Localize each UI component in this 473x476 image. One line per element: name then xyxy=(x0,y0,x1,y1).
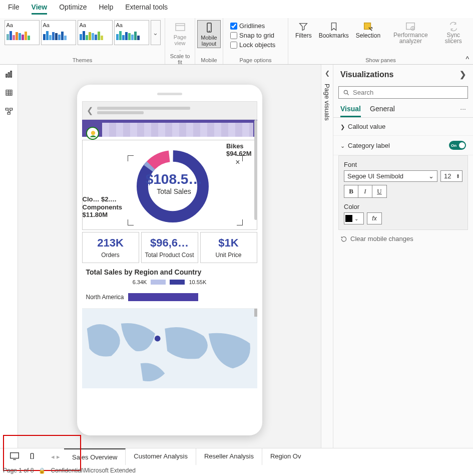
menu-help[interactable]: Help xyxy=(99,3,113,15)
close-icon[interactable]: × xyxy=(235,158,240,167)
font-color-picker[interactable]: ⌄ xyxy=(344,212,364,224)
phone-header: ❮ xyxy=(82,101,257,120)
svg-rect-7 xyxy=(6,74,7,77)
sensitivity-label: Confidential\Microsoft Extended xyxy=(51,467,135,474)
underline-button[interactable]: U xyxy=(372,185,386,197)
theme-preset-3[interactable]: Aa xyxy=(78,20,113,45)
report-view-icon[interactable] xyxy=(5,70,14,80)
theme-preset-1[interactable]: Aa xyxy=(5,20,40,45)
svg-point-26 xyxy=(344,90,347,94)
company-logo-icon xyxy=(86,127,99,140)
mobile-group-label: Mobile xyxy=(201,57,217,63)
page-tab-region[interactable]: Region Ov xyxy=(262,448,309,465)
menu-bar: File View Optimize Help External tools xyxy=(0,0,473,18)
menu-external-tools[interactable]: External tools xyxy=(125,3,168,15)
category-label-toggle[interactable]: On xyxy=(449,141,466,150)
back-icon[interactable]: ❮ xyxy=(87,106,93,115)
page-visuals-tab[interactable]: Page visuals xyxy=(323,84,331,121)
themes-group-label: Themes xyxy=(73,57,93,63)
model-view-icon[interactable] xyxy=(5,107,14,117)
panel-title: Visualizations xyxy=(340,70,393,79)
svg-line-18 xyxy=(8,110,9,113)
gradient-legend: 6.34K10.55K xyxy=(86,279,253,285)
font-size-input[interactable]: 12▴▾ xyxy=(440,170,462,182)
svg-rect-16 xyxy=(10,108,12,110)
font-label: Font xyxy=(344,161,462,168)
bold-button[interactable]: B xyxy=(344,185,358,197)
reset-icon xyxy=(340,235,347,243)
status-bar: Page 1 of 8 🔒 Confidential\Microsoft Ext… xyxy=(0,465,473,476)
gridlines-checkbox[interactable]: Gridlines xyxy=(230,22,275,30)
search-icon xyxy=(343,89,350,96)
selection-pane-button[interactable]: Selection xyxy=(353,20,383,45)
more-options-icon[interactable]: ··· xyxy=(460,105,466,117)
kpi-orders[interactable]: 213KOrders xyxy=(82,232,139,263)
bookmarks-pane-button[interactable]: Bookmarks xyxy=(316,20,352,45)
svg-rect-9 xyxy=(11,71,12,77)
color-label: Color xyxy=(344,203,462,210)
kpi-unit-price[interactable]: $1KUnit Price xyxy=(200,232,257,263)
chevron-right-icon[interactable]: ❯ xyxy=(459,70,466,79)
donut-label-clothing: Clo… $2.… xyxy=(83,195,117,203)
svg-rect-8 xyxy=(8,73,9,77)
theme-preset-2[interactable]: Aa xyxy=(41,20,76,45)
page-indicator: Page 1 of 8 xyxy=(3,467,34,474)
svg-rect-10 xyxy=(6,90,12,96)
section-category-label[interactable]: ⌄Category label On xyxy=(333,136,473,155)
visual-selection-handles[interactable]: × xyxy=(128,155,243,225)
menu-view[interactable]: View xyxy=(32,3,48,15)
donut-label-components: Components$11.80M xyxy=(83,203,122,218)
page-view-button[interactable]: Page view ⌄ xyxy=(169,20,191,53)
svg-rect-15 xyxy=(6,108,8,110)
kpi-product-cost[interactable]: $96,6…Total Product Cost xyxy=(141,232,198,263)
left-nav-rail xyxy=(0,65,18,460)
theme-dropdown[interactable]: ⌄ xyxy=(151,20,161,45)
collapse-ribbon-icon[interactable]: ^ xyxy=(465,55,469,63)
ribbon: Aa Aa Aa Aa ⌄ Themes Page view ⌄ Scale t… xyxy=(0,18,473,65)
design-canvas: ❮ $108.5… Total Sales xyxy=(18,65,321,460)
lock-icon: 🔒 xyxy=(39,467,46,474)
svg-line-27 xyxy=(347,93,349,95)
menu-file[interactable]: File xyxy=(8,3,20,15)
mobile-layout-button[interactable]: Mobile layout xyxy=(197,20,220,48)
data-view-icon[interactable] xyxy=(5,88,14,99)
font-family-select[interactable]: Segoe UI Semibold⌄ xyxy=(344,170,437,182)
bar-na xyxy=(128,293,198,301)
tab-general[interactable]: General xyxy=(370,105,395,117)
region-bar-visual[interactable]: Total Sales by Region and Country 6.34K1… xyxy=(82,265,257,304)
scale-group-label: Scale to fit xyxy=(169,53,191,65)
clear-mobile-changes[interactable]: Clear mobile changes xyxy=(333,230,473,248)
show-panes-label: Show panes xyxy=(365,57,396,63)
collapsed-pane-rail: ❮ Page visuals xyxy=(321,65,333,460)
page-tab-customer-analysis[interactable]: Customer Analysis xyxy=(126,448,196,465)
lock-objects-checkbox[interactable]: Lock objects xyxy=(230,41,275,49)
italic-button[interactable]: I xyxy=(358,185,372,197)
page-tab-reseller-analysis[interactable]: Reseller Analysis xyxy=(196,448,262,465)
section-callout-value[interactable]: ❯Callout value xyxy=(333,118,473,136)
scrollbar[interactable] xyxy=(254,309,257,317)
total-sales-donut-visual[interactable]: $108.5… Total Sales Bikes$94.62M Clo… $2… xyxy=(82,140,257,230)
svg-rect-0 xyxy=(176,24,185,31)
fx-button[interactable]: fx xyxy=(367,212,382,224)
chevron-left-icon[interactable]: ❮ xyxy=(325,70,330,77)
tab-visual[interactable]: Visual xyxy=(340,105,361,117)
header-banner xyxy=(82,120,257,137)
performance-analyzer-button[interactable]: Performance analyzer xyxy=(384,20,436,45)
filters-pane-button[interactable]: Filters xyxy=(292,20,315,45)
search-input[interactable] xyxy=(338,86,468,99)
phone-speaker-icon xyxy=(157,93,182,95)
mobile-layout-preview: ❮ $108.5… Total Sales xyxy=(77,85,262,435)
snap-to-grid-checkbox[interactable]: Snap to grid xyxy=(230,32,275,39)
map-visual[interactable] xyxy=(82,308,257,388)
svg-rect-17 xyxy=(8,112,10,114)
category-label-properties: Font Segoe UI Semibold⌄ 12▴▾ B I U Color… xyxy=(338,155,468,230)
kpi-row: 213KOrders $96,6…Total Product Cost $1KU… xyxy=(82,232,257,263)
svg-point-25 xyxy=(154,336,160,342)
svg-line-19 xyxy=(9,110,11,113)
format-tabset: Visual General ··· xyxy=(333,101,473,118)
menu-optimize[interactable]: Optimize xyxy=(59,3,87,15)
sync-slicers-button[interactable]: Sync slicers xyxy=(438,20,469,45)
page-options-label: Page options xyxy=(239,57,271,63)
theme-preset-4[interactable]: Aa xyxy=(114,20,149,45)
scrollbar[interactable] xyxy=(254,120,257,220)
